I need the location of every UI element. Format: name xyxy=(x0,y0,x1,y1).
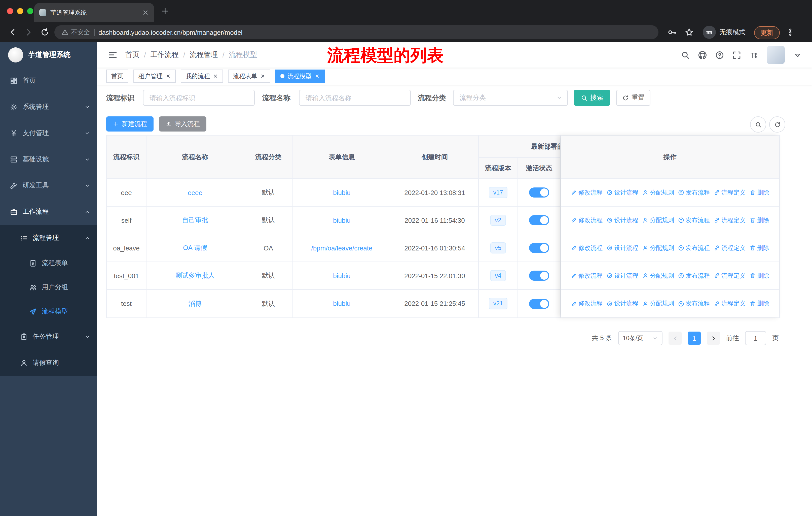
breadcrumb-home[interactable]: 首页 xyxy=(125,50,140,59)
action-trash-link[interactable]: 删除 xyxy=(750,299,769,308)
tag-process-form[interactable]: 流程表单 xyxy=(228,70,270,83)
reload-icon[interactable] xyxy=(40,28,49,37)
sidebar-item-process-model[interactable]: 流程模型 xyxy=(0,299,97,324)
active-toggle[interactable] xyxy=(529,187,549,197)
action-user-link[interactable]: 分配规则 xyxy=(642,188,674,197)
tag-process-model[interactable]: 流程模型 xyxy=(276,70,325,83)
font-size-icon[interactable] xyxy=(750,51,758,59)
model-name-link[interactable]: eeee xyxy=(188,189,202,196)
import-process-button[interactable]: 导入流程 xyxy=(159,116,206,132)
sidebar-item-leave-query[interactable]: 请假查询 xyxy=(0,350,97,376)
action-user-link[interactable]: 分配规则 xyxy=(642,299,674,308)
model-name-link[interactable]: 测试多审批人 xyxy=(175,272,215,279)
close-icon[interactable] xyxy=(166,74,171,79)
toggle-search-button[interactable] xyxy=(750,116,766,133)
model-name-link[interactable]: 自己审批 xyxy=(182,216,208,224)
form-link[interactable]: biubiu xyxy=(333,216,350,224)
action-edit-link[interactable]: 修改流程 xyxy=(571,299,603,308)
help-icon[interactable] xyxy=(715,51,724,59)
create-process-button[interactable]: 新建流程 xyxy=(106,116,153,132)
reset-button[interactable]: 重置 xyxy=(616,90,650,106)
filter-key-input[interactable] xyxy=(143,90,255,106)
close-icon[interactable] xyxy=(213,74,218,79)
close-icon[interactable] xyxy=(315,74,320,79)
active-toggle[interactable] xyxy=(529,215,549,225)
sidebar-item-system[interactable]: 系统管理 xyxy=(0,94,97,120)
action-link-link[interactable]: 流程定义 xyxy=(714,299,746,308)
tag-tenant[interactable]: 租户管理 xyxy=(134,70,176,83)
action-link-link[interactable]: 流程定义 xyxy=(714,244,746,252)
sidebar-item-infra[interactable]: 基础设施 xyxy=(0,146,97,172)
action-user-link[interactable]: 分配规则 xyxy=(642,271,674,280)
form-link[interactable]: /bpm/oa/leave/create xyxy=(311,244,373,252)
action-edit-link[interactable]: 修改流程 xyxy=(571,188,603,197)
next-page-button[interactable] xyxy=(707,332,720,345)
action-target-link[interactable]: 设计流程 xyxy=(607,271,638,280)
action-publish-link[interactable]: 发布流程 xyxy=(678,188,710,197)
action-edit-link[interactable]: 修改流程 xyxy=(571,271,603,280)
back-icon[interactable] xyxy=(8,28,17,37)
action-target-link[interactable]: 设计流程 xyxy=(607,299,638,308)
tab-close-icon[interactable] xyxy=(142,9,149,16)
action-publish-link[interactable]: 发布流程 xyxy=(678,244,710,252)
action-trash-link[interactable]: 删除 xyxy=(750,188,769,197)
model-name-link[interactable]: 滔博 xyxy=(188,300,202,307)
action-link-link[interactable]: 流程定义 xyxy=(714,216,746,224)
action-publish-link[interactable]: 发布流程 xyxy=(678,299,710,308)
sidebar-item-task-mgmt[interactable]: 任务管理 xyxy=(0,324,97,350)
goto-page-input[interactable] xyxy=(745,331,766,345)
sidebar-item-user-group[interactable]: 用户分组 xyxy=(0,275,97,299)
active-toggle[interactable] xyxy=(529,271,549,281)
forward-icon[interactable] xyxy=(24,28,33,37)
action-edit-link[interactable]: 修改流程 xyxy=(571,244,603,252)
current-page-button[interactable]: 1 xyxy=(688,332,701,345)
sidebar-item-home[interactable]: 首页 xyxy=(0,67,97,94)
minimize-window-button[interactable] xyxy=(17,8,23,14)
page-size-select[interactable]: 10条/页 xyxy=(618,331,663,345)
filter-category-select[interactable]: 流程分类 xyxy=(453,90,568,106)
search-button[interactable]: 搜索 xyxy=(574,90,610,106)
action-trash-link[interactable]: 删除 xyxy=(750,271,769,280)
active-toggle[interactable] xyxy=(529,243,549,253)
action-publish-link[interactable]: 发布流程 xyxy=(678,216,710,224)
address-bar[interactable]: 不安全 dashboard.yudao.iocoder.cn/bpm/manag… xyxy=(54,25,659,39)
close-icon[interactable] xyxy=(260,74,265,79)
action-target-link[interactable]: 设计流程 xyxy=(607,216,638,224)
action-trash-link[interactable]: 删除 xyxy=(750,216,769,224)
fullscreen-icon[interactable] xyxy=(732,51,741,59)
action-target-link[interactable]: 设计流程 xyxy=(607,188,638,197)
zoom-window-button[interactable] xyxy=(27,8,33,14)
action-publish-link[interactable]: 发布流程 xyxy=(678,271,710,280)
browser-tab[interactable]: 芋道管理系统 xyxy=(34,3,154,22)
action-edit-link[interactable]: 修改流程 xyxy=(571,216,603,224)
browser-update-button[interactable]: 更新 xyxy=(754,26,780,39)
sidebar-item-workflow[interactable]: 工作流程 xyxy=(0,198,97,225)
bookmark-star-icon[interactable] xyxy=(685,28,694,37)
active-toggle[interactable] xyxy=(529,299,549,309)
github-icon[interactable] xyxy=(698,51,707,59)
refresh-table-button[interactable] xyxy=(769,116,785,133)
sidebar-item-process-mgmt[interactable]: 流程管理 xyxy=(0,225,97,251)
model-name-link[interactable]: OA 请假 xyxy=(183,244,207,251)
prev-page-button[interactable] xyxy=(669,332,682,345)
sidebar-item-payment[interactable]: 支付管理 xyxy=(0,120,97,146)
filter-name-input[interactable] xyxy=(299,90,411,106)
key-icon[interactable] xyxy=(668,28,676,37)
form-link[interactable]: biubiu xyxy=(333,272,350,279)
action-link-link[interactable]: 流程定义 xyxy=(714,271,746,280)
search-icon[interactable] xyxy=(681,51,690,59)
caret-down-icon[interactable] xyxy=(793,51,802,59)
breadcrumb-workflow[interactable]: 工作流程 xyxy=(150,50,179,59)
tag-home[interactable]: 首页 xyxy=(106,70,128,83)
action-user-link[interactable]: 分配规则 xyxy=(642,244,674,252)
action-link-link[interactable]: 流程定义 xyxy=(714,188,746,197)
action-trash-link[interactable]: 删除 xyxy=(750,244,769,252)
sidebar-item-process-form[interactable]: 流程表单 xyxy=(0,251,97,275)
browser-menu-icon[interactable] xyxy=(786,28,794,36)
action-user-link[interactable]: 分配规则 xyxy=(642,216,674,224)
sidebar-item-devtools[interactable]: 研发工具 xyxy=(0,172,97,198)
new-tab-button[interactable] xyxy=(161,7,169,15)
tag-my-process[interactable]: 我的流程 xyxy=(181,70,223,83)
close-window-button[interactable] xyxy=(7,8,13,14)
collapse-menu-icon[interactable] xyxy=(108,50,117,59)
